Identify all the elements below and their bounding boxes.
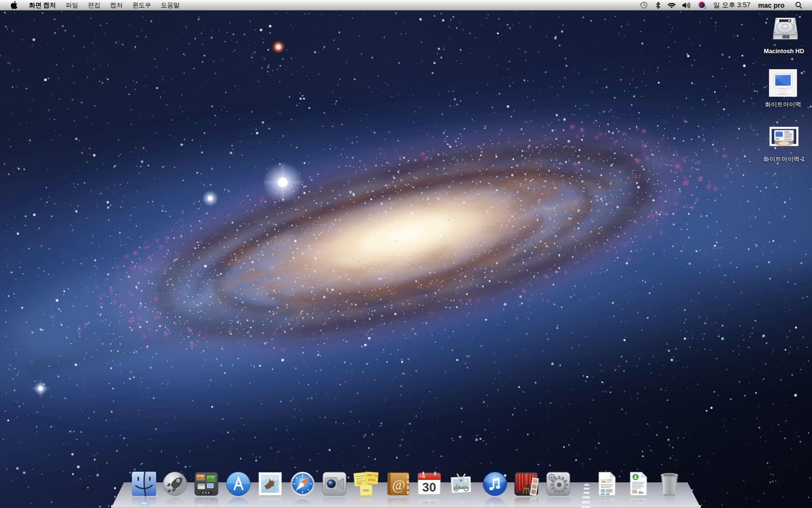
svg-text:2: 2 bbox=[704, 6, 706, 9]
